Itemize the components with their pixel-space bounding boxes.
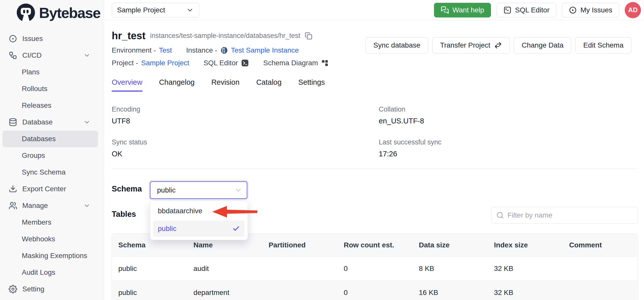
database-icon (9, 118, 17, 126)
schema-dropdown: bbdataarchive public (150, 201, 248, 240)
users-icon (9, 201, 17, 210)
sync-database-label: Sync database (373, 41, 420, 49)
sidebar-item-label: Databases (22, 135, 56, 143)
sidebar-item-label: Webhooks (22, 235, 55, 243)
schema-option-bbdataarchive[interactable]: bbdataarchive (153, 204, 244, 218)
cell-data-size: 16 KB (412, 289, 487, 297)
encoding-label: Encoding (112, 105, 379, 113)
sidebar-item-masking-exemptions[interactable]: Masking Exemptions (3, 247, 98, 264)
sql-editor-button[interactable]: SQL Editor (497, 3, 556, 17)
column-header-row-count: Row count est. (337, 241, 412, 249)
database-tabs: Overview Changelog Revision Catalog Sett… (112, 78, 325, 92)
tab-overview[interactable]: Overview (112, 78, 142, 92)
column-header-schema: Schema (112, 241, 187, 249)
column-header-data-size: Data size (412, 241, 487, 249)
sidebar-item-label: Members (22, 218, 51, 226)
schema-section-label: Schema (112, 184, 142, 194)
sidebar-item-manage[interactable]: Manage (3, 197, 98, 214)
sync-database-button[interactable]: Sync database (366, 37, 428, 53)
database-meta-row-2: Project - Sample Project SQL Editor Sche… (112, 59, 329, 67)
want-help-label: Want help (452, 6, 484, 14)
cell-name: audit (187, 265, 262, 273)
schema-option-public[interactable]: public (153, 221, 244, 237)
edit-schema-button[interactable]: Edit Schema (575, 37, 631, 53)
instance-meta: Instance - Test Sample Instance (186, 46, 299, 54)
tab-changelog[interactable]: Changelog (159, 78, 195, 92)
sidebar-item-audit-logs[interactable]: Audit Logs (3, 264, 98, 281)
last-sync-label: Last successful sync (379, 138, 556, 146)
sql-editor-shortcut[interactable]: SQL Editor (203, 59, 249, 67)
sidebar-item-cicd[interactable]: CI/CD (3, 47, 98, 64)
encoding-value: UTF8 (112, 117, 379, 125)
chevron-down-icon (186, 6, 194, 14)
collation-value: en_US.UTF-8 (379, 117, 556, 125)
column-header-index-size: Index size (487, 241, 563, 249)
terminal-icon (503, 6, 512, 14)
sidebar-item-members[interactable]: Members (3, 214, 98, 231)
collation-label: Collation (379, 105, 556, 113)
sidebar-item-databases[interactable]: Databases (3, 131, 98, 147)
check-icon (232, 225, 240, 232)
sidebar-item-label: Issues (22, 35, 43, 43)
sidebar: Bytebase Issues CI/CD Plans Rollouts Rel… (0, 0, 104, 300)
tab-catalog[interactable]: Catalog (256, 78, 281, 92)
page-title: hr_test (112, 30, 145, 41)
database-actions: Sync database Transfer Project Change Da… (366, 37, 631, 53)
sidebar-item-database[interactable]: Database (3, 114, 98, 131)
sidebar-item-groups[interactable]: Groups (3, 147, 98, 164)
chat-bubbles-icon (441, 6, 449, 14)
sidebar-item-plans[interactable]: Plans (3, 64, 98, 80)
change-data-button[interactable]: Change Data (514, 37, 571, 53)
table-row[interactable]: public audit 0 8 KB 32 KB (112, 256, 638, 281)
column-header-comment: Comment (562, 241, 638, 249)
sidebar-item-releases[interactable]: Releases (3, 97, 98, 114)
transfer-project-button[interactable]: Transfer Project (432, 37, 510, 53)
sidebar-item-sync-schema[interactable]: Sync Schema (3, 164, 98, 181)
section-divider (112, 168, 638, 168)
sidebar-item-issues[interactable]: Issues (3, 30, 98, 47)
tables-table: Schema Name Partitioned Row count est. D… (111, 233, 638, 300)
cell-data-size: 8 KB (412, 265, 487, 273)
sidebar-item-label: Audit Logs (22, 268, 55, 276)
chevron-down-icon (83, 119, 90, 126)
bytebase-logo-icon (17, 4, 35, 22)
project-link[interactable]: Sample Project (141, 59, 189, 67)
sidebar-item-webhooks[interactable]: Webhooks (3, 231, 98, 247)
cell-row-count: 0 (337, 265, 412, 273)
change-data-label: Change Data (522, 41, 563, 49)
sidebar-item-setting[interactable]: Setting (3, 281, 98, 297)
schema-diagram-shortcut[interactable]: Schema Diagram (263, 59, 329, 67)
transfer-project-label: Transfer Project (440, 41, 490, 49)
my-issues-button[interactable]: My Issues (562, 3, 619, 17)
project-selector[interactable]: Sample Project (112, 3, 199, 17)
avatar-initials: AD (628, 6, 638, 14)
tab-settings[interactable]: Settings (298, 78, 325, 92)
tab-revision[interactable]: Revision (211, 78, 239, 92)
collation-field: Collation en_US.UTF-8 (379, 105, 556, 125)
gear-icon (9, 285, 17, 293)
project-selector-value: Sample Project (117, 6, 165, 14)
topbar: Sample Project Want help SQL Editor My I… (104, 0, 644, 20)
filter-by-name-input[interactable] (507, 211, 633, 219)
sidebar-item-label: Database (22, 118, 53, 126)
copy-icon[interactable] (305, 32, 312, 40)
search-icon (496, 211, 504, 219)
sidebar-item-export-center[interactable]: Export Center (3, 181, 98, 197)
avatar[interactable]: AD (625, 2, 641, 18)
want-help-button[interactable]: Want help (434, 3, 491, 17)
table-row[interactable]: public department 0 16 KB 32 KB (112, 281, 638, 300)
main-content: hr_test instances/test-sample-instance/d… (104, 20, 644, 300)
table-filter (491, 207, 638, 224)
database-header: hr_test instances/test-sample-instance/d… (112, 30, 312, 41)
sidebar-item-label: Export Center (22, 185, 66, 193)
sync-status-field: Sync status OK (112, 138, 379, 158)
environment-link[interactable]: Test (159, 46, 172, 54)
sidebar-item-label: Releases (22, 101, 51, 110)
sidebar-item-rollouts[interactable]: Rollouts (3, 80, 98, 97)
bytebase-logo[interactable]: Bytebase (17, 4, 100, 22)
instance-link[interactable]: Test Sample Instance (231, 46, 299, 54)
sidebar-item-label: CI/CD (22, 51, 42, 59)
column-header-partitioned: Partitioned (262, 241, 337, 249)
sidebar-item-label: Plans (22, 68, 40, 76)
schema-select[interactable]: public (150, 181, 247, 199)
